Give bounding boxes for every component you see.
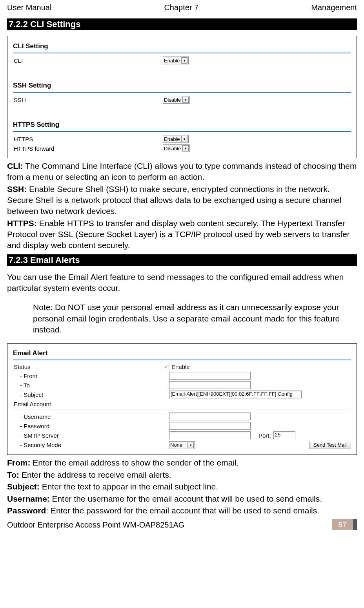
cli-select[interactable]: Enable ▾: [163, 57, 189, 64]
password-field-desc: Password: Enter the password for the ema…: [7, 505, 357, 516]
section-cli-settings: 7.2.2 CLI Settings: [7, 18, 357, 30]
to-label: - To: [13, 382, 169, 389]
smtp-input[interactable]: [169, 431, 251, 439]
https-desc-text: Enable HTTPS to transfer and display web…: [7, 219, 350, 250]
subject-field-desc: Subject: Enter the text to appear in the…: [7, 481, 357, 492]
https-description: HTTPS: Enable HTTPS to transfer and disp…: [7, 218, 357, 251]
subject-desc-text: Enter the text to appear in the email su…: [40, 482, 218, 491]
email-account-group: Email Account: [13, 401, 163, 407]
user-desc-text: Enter the username for the email account…: [50, 494, 322, 503]
security-mode-select[interactable]: None ▾: [169, 441, 195, 449]
https-forward-label: HTTPS forward: [13, 145, 163, 152]
footer-text: Outdoor Enterprise Access Point WM-OAP82…: [7, 520, 332, 529]
divider: [13, 53, 351, 53]
footer-decoration: [353, 519, 357, 530]
https-forward-select[interactable]: Disable ▾: [163, 144, 190, 152]
status-label: Status: [13, 363, 163, 370]
ssh-setting-group: SSH Setting: [13, 65, 351, 91]
header-left: User Manual: [7, 3, 51, 12]
cli-label: CLI: [13, 57, 163, 64]
port-label: Port:: [258, 432, 271, 439]
cli-description: CLI: The Command Line Interface (CLI) al…: [7, 161, 357, 183]
page-number: 57: [332, 519, 353, 530]
from-label: - From: [13, 372, 169, 379]
note-label: Note:: [33, 303, 53, 312]
divider: [13, 131, 351, 132]
username-field-desc: Username: Enter the username for the ema…: [7, 493, 357, 504]
pass-desc-label: Password: [7, 506, 46, 515]
security-mode-value: None: [170, 442, 186, 448]
ssh-desc-text: Enable Secure Shell (SSH) to make secure…: [7, 184, 341, 216]
https-desc-label: HTTPS:: [7, 219, 37, 228]
ssh-select-value: Disable: [164, 97, 181, 103]
email-intro: You can use the Email Alert feature to s…: [7, 272, 357, 294]
https-select[interactable]: Enable ▾: [163, 135, 189, 143]
page-header: User Manual Chapter 7 Management: [7, 0, 357, 15]
chevron-down-icon: ▾: [187, 442, 194, 448]
note-pre: Do: [53, 303, 68, 312]
ssh-description: SSH: Enable Secure Shell (SSH) to make s…: [7, 184, 357, 217]
chevron-down-icon: ▾: [181, 57, 187, 64]
email-alert-group: Email Alert: [13, 349, 351, 359]
password-input[interactable]: [169, 422, 251, 430]
ssh-select[interactable]: Disable ▾: [163, 96, 190, 104]
cli-select-value: Enable: [164, 58, 180, 64]
page-footer: Outdoor Enterprise Access Point WM-OAP82…: [7, 519, 357, 530]
header-center: Chapter 7: [164, 3, 198, 12]
to-desc-text: Enter the address to receive email alert…: [19, 470, 171, 479]
to-input[interactable]: [169, 381, 251, 389]
user-desc-label: Username:: [7, 494, 50, 503]
email-note: Note: Do NOT use your personal email add…: [7, 302, 357, 335]
chevron-down-icon: ▾: [182, 97, 189, 103]
enable-label: Enable: [171, 363, 190, 370]
from-input[interactable]: [169, 372, 251, 380]
pass-desc-text: : Enter the password for the email accou…: [46, 506, 319, 515]
divider: [13, 92, 351, 93]
password-label: - Password: [13, 423, 169, 429]
username-input[interactable]: [169, 413, 251, 420]
subject-label: - Subject: [13, 391, 169, 398]
divider: [13, 360, 351, 360]
note-bold: NOT: [68, 303, 85, 312]
cli-desc-label: CLI:: [7, 161, 23, 170]
enable-checkbox[interactable]: ✓: [163, 364, 169, 370]
to-field-desc: To: Enter the address to receive email a…: [7, 469, 357, 480]
from-desc-text: Enter the email address to show the send…: [31, 458, 239, 467]
ssh-desc-label: SSH:: [7, 184, 27, 194]
cli-setting-group: CLI Setting: [13, 41, 351, 52]
https-setting-group: HTTPS Setting: [13, 104, 351, 130]
cli-desc-text: The Command Line Interface (CLI) allows …: [7, 161, 357, 181]
chevron-down-icon: ▾: [182, 145, 189, 152]
section-email-alerts: 7.2.3 Email Alerts: [7, 254, 357, 266]
chevron-down-icon: ▾: [181, 136, 187, 142]
security-mode-label: - Security Mode: [13, 442, 169, 448]
username-label: - Username: [13, 413, 169, 420]
header-right: Management: [311, 3, 357, 12]
https-label: HTTPS: [13, 136, 163, 142]
send-test-mail-button[interactable]: Send Test Mail: [309, 441, 351, 449]
https-forward-select-value: Disable: [164, 146, 181, 152]
from-field-desc: From: Enter the email address to show th…: [7, 457, 357, 468]
subject-desc-label: Subject:: [7, 482, 40, 491]
port-input[interactable]: 25: [273, 431, 295, 439]
cli-settings-panel: CLI Setting CLI Enable ▾ SSH Setting SSH…: [7, 36, 357, 158]
https-select-value: Enable: [164, 136, 180, 142]
divider: [13, 409, 351, 409]
subject-input[interactable]: [Email-Alert][ENH900EXT][00:02:6F:FF:FF:…: [169, 391, 302, 398]
from-desc-label: From:: [7, 458, 31, 467]
email-alert-panel: Email Alert Status ✓ Enable - From - To …: [7, 343, 357, 455]
smtp-label: - SMTP Server: [13, 432, 169, 439]
ssh-label: SSH: [13, 97, 163, 103]
to-desc-label: To:: [7, 470, 19, 479]
